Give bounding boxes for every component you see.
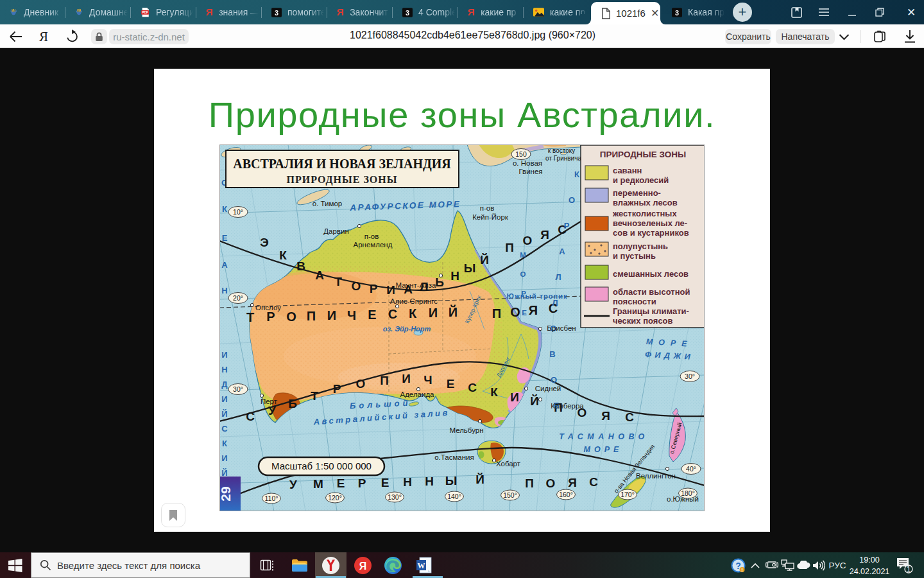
svg-text:Р: Р: [358, 477, 366, 490]
svg-text:А: А: [221, 260, 228, 270]
svg-text:Е: Е: [368, 308, 376, 322]
svg-text:С: С: [388, 307, 397, 321]
svg-text:Сидней: Сидней: [535, 385, 561, 392]
svg-text:Онслоу: Онслоу: [255, 304, 281, 311]
svg-text:У: У: [268, 404, 276, 417]
svg-text:130°: 130°: [388, 493, 402, 501]
svg-text:120°: 120°: [328, 494, 342, 502]
svg-text:3: 3: [275, 8, 278, 16]
svg-text:о. Тимор: о. Тимор: [312, 200, 342, 207]
svg-text:140°: 140°: [447, 493, 461, 500]
svg-text:МОРЕ: МОРЕ: [584, 445, 623, 454]
svg-text:Я: Я: [529, 303, 538, 317]
svg-text:Я: Я: [601, 409, 610, 423]
svg-text:150°: 150°: [503, 491, 517, 499]
svg-text:ческих поясов: ческих поясов: [613, 316, 673, 326]
svg-text:И: И: [510, 390, 519, 404]
svg-text:Й: Й: [475, 473, 484, 486]
svg-text:от Гринвича: от Гринвича: [545, 155, 581, 162]
svg-text:ТАСМАНОВО: ТАСМАНОВО: [559, 432, 649, 441]
svg-text:п-ов: п-ов: [480, 204, 495, 212]
svg-text:О: О: [520, 270, 526, 278]
svg-text:Э: Э: [260, 236, 269, 249]
svg-text:Н: Н: [403, 475, 412, 489]
svg-text:Ы: Ы: [445, 474, 458, 487]
svg-text:160°: 160°: [559, 491, 573, 498]
svg-text:саванн: саванн: [613, 166, 642, 175]
svg-text:К: К: [490, 385, 498, 399]
svg-text:К: К: [279, 249, 287, 262]
svg-text:Р: Р: [333, 382, 341, 396]
svg-text:О: О: [569, 195, 575, 205]
svg-text:20°: 20°: [233, 294, 243, 302]
svg-text:Н: Н: [425, 475, 434, 488]
svg-text:Ч: Ч: [424, 373, 432, 387]
svg-text:вечнозеленых ле-: вечнозеленых ле-: [613, 218, 687, 228]
svg-text:1: 1: [907, 565, 911, 572]
svg-text:Маунт-Айза: Маунт-Айза: [396, 281, 437, 289]
svg-text:Р: Р: [370, 282, 378, 295]
svg-text:Р: Р: [266, 310, 275, 324]
svg-text:Я: Я: [540, 228, 549, 241]
svg-text:Кейп-Йорк: Кейп-Йорк: [472, 213, 509, 221]
svg-text:П: П: [380, 374, 389, 387]
svg-text:В: В: [296, 259, 305, 273]
svg-text:области высотной: области высотной: [613, 287, 690, 297]
svg-text:Т: Т: [246, 310, 254, 324]
svg-text:И: И: [221, 350, 227, 360]
svg-text:О: О: [546, 477, 556, 490]
svg-text:О: О: [510, 305, 520, 319]
svg-text:С: С: [468, 381, 477, 394]
svg-text:Е: Е: [522, 309, 527, 317]
svg-text:Р: Р: [564, 221, 570, 231]
svg-text:О: О: [286, 310, 296, 324]
svg-text:И: И: [327, 308, 336, 322]
svg-text:Й: Й: [449, 304, 458, 319]
svg-text:М: М: [313, 477, 323, 491]
svg-text:И: И: [221, 394, 227, 404]
svg-text:П: П: [505, 241, 514, 254]
svg-text:О: О: [356, 377, 366, 390]
svg-text:Е: Е: [447, 377, 455, 390]
svg-text:и пустынь: и пустынь: [613, 251, 656, 261]
svg-text:Н: Н: [221, 365, 227, 374]
svg-text:О: О: [523, 234, 533, 247]
svg-text:Б: Б: [288, 397, 297, 410]
svg-text:Гвинея: Гвинея: [518, 168, 542, 175]
svg-text:к востоку: к востоку: [548, 147, 575, 154]
svg-text:О: О: [551, 375, 557, 385]
svg-text:Дарвин: Дарвин: [323, 227, 348, 235]
svg-text:Т: Т: [334, 275, 342, 288]
svg-text:жестколистных: жестколистных: [612, 209, 677, 218]
svg-text:оз. Эйр-Норт: оз. Эйр-Норт: [383, 325, 431, 333]
svg-text:М: М: [520, 251, 526, 259]
svg-text:Веллингтон: Веллингтон: [636, 472, 676, 480]
svg-text:В: В: [549, 349, 555, 359]
svg-text:10°: 10°: [233, 208, 243, 216]
svg-text:И: И: [429, 306, 438, 320]
svg-text:Масштаб 1:50 000 000: Масштаб 1:50 000 000: [271, 460, 372, 471]
svg-text:Хобарт: Хобарт: [496, 460, 521, 468]
svg-text:А: А: [559, 247, 565, 256]
svg-text:П: П: [307, 309, 316, 323]
svg-text:3: 3: [675, 8, 679, 16]
svg-text:смешанных лесов: смешанных лесов: [613, 269, 689, 279]
svg-text:полупустынь: полупустынь: [613, 241, 668, 251]
svg-text:Перт: Перт: [261, 398, 278, 405]
svg-text:сов и кустарников: сов и кустарников: [613, 228, 689, 238]
svg-text:Южный тропик: Южный тропик: [507, 292, 568, 300]
svg-text:переменно-: переменно-: [613, 188, 661, 198]
svg-text:30°: 30°: [233, 385, 243, 393]
svg-text:Арнемленд: Арнемленд: [354, 241, 393, 249]
svg-text:Й: Й: [530, 394, 539, 408]
svg-text:А: А: [315, 268, 324, 282]
svg-text:влажных лесов: влажных лесов: [613, 198, 678, 207]
svg-text:К: К: [574, 170, 579, 179]
svg-text:150: 150: [515, 150, 527, 158]
svg-text:30°: 30°: [685, 372, 695, 380]
svg-text:Л: Л: [555, 272, 561, 282]
svg-text:Т: Т: [311, 389, 318, 403]
svg-text:П: П: [492, 306, 501, 320]
svg-text:И: И: [402, 372, 411, 385]
svg-text:Н: Н: [221, 286, 227, 295]
